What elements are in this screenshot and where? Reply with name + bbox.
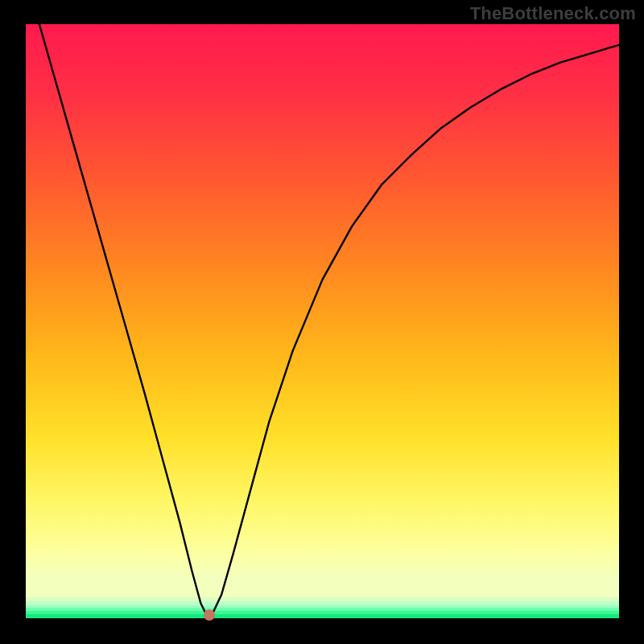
minimum-marker [204, 609, 215, 621]
watermark-text: TheBottleneck.com [470, 3, 636, 24]
curve-svg [26, 24, 619, 618]
plot-area [26, 24, 619, 618]
chart-frame: TheBottleneck.com [0, 0, 644, 644]
